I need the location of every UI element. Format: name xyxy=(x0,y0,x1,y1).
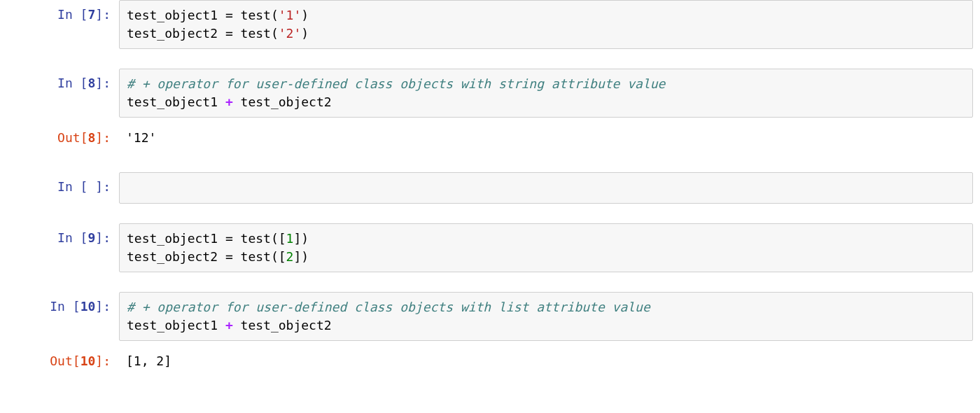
code-line xyxy=(127,178,965,197)
code-line: # + operator for user-defined class obje… xyxy=(127,298,965,335)
code-cell: In [9]: test_object1 = test([1]) test_ob… xyxy=(0,223,980,272)
output-text: [1, 2] xyxy=(119,346,973,376)
code-input[interactable]: # + operator for user-defined class obje… xyxy=(119,69,973,118)
in-prompt: In [8]: xyxy=(0,69,119,98)
code-cell-empty: In [ ]: xyxy=(0,172,980,203)
code-line: test_object1 = test([1]) test_object2 = … xyxy=(127,230,965,266)
in-prompt: In [ ]: xyxy=(0,172,119,202)
code-input[interactable]: test_object1 = test('1') test_object2 = … xyxy=(119,0,973,49)
code-input[interactable]: test_object1 = test([1]) test_object2 = … xyxy=(119,223,973,272)
code-line: # + operator for user-defined class obje… xyxy=(127,75,965,111)
in-prompt: In [10]: xyxy=(0,292,119,321)
code-input[interactable] xyxy=(119,172,973,203)
output-cell: Out[10]: [1, 2] xyxy=(0,346,980,376)
in-prompt: In [7]: xyxy=(0,0,119,29)
output-value: '12' xyxy=(126,129,966,147)
code-cell: In [10]: # + operator for user-defined c… xyxy=(0,292,980,341)
code-cell: In [8]: # + operator for user-defined cl… xyxy=(0,69,980,118)
in-prompt: In [9]: xyxy=(0,223,119,253)
code-cell: In [7]: test_object1 = test('1') test_ob… xyxy=(0,0,980,49)
notebook: In [7]: test_object1 = test('1') test_ob… xyxy=(0,0,980,376)
code-line: test_object1 = test('1') test_object2 = … xyxy=(127,6,965,43)
code-input[interactable]: # + operator for user-defined class obje… xyxy=(119,292,973,341)
output-text: '12' xyxy=(119,123,973,153)
out-prompt: Out[8]: xyxy=(0,123,119,153)
output-value: [1, 2] xyxy=(126,352,966,370)
out-prompt: Out[10]: xyxy=(0,346,119,376)
output-cell: Out[8]: '12' xyxy=(0,123,980,153)
